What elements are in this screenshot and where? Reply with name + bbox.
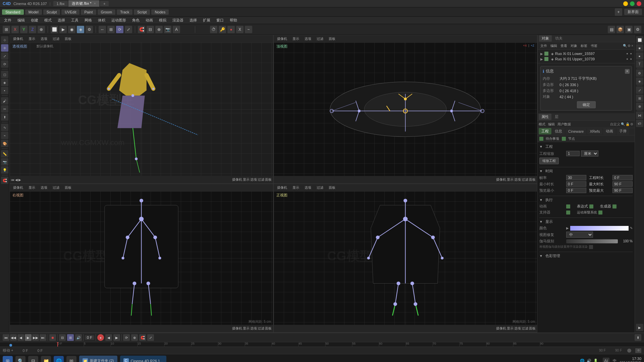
obj-menu-obj[interactable]: 对象 [569,43,579,49]
vp-tr-panel[interactable]: 面板 [529,177,536,182]
prop-settings-icon[interactable]: ⚙ [630,122,633,126]
scale-tool-left[interactable]: ⤢ [1,52,8,60]
prop-color-edit[interactable]: ✎ [630,226,633,230]
tab-file1[interactable]: 1.fbx [53,1,68,6]
vp-br-panel[interactable]: 面板 [529,326,536,331]
tree-lock-2[interactable]: ● [630,57,632,61]
sys-ai-label[interactable]: Ai [603,358,609,362]
menu-character[interactable]: 角色 [129,17,142,23]
vp-bl-disp[interactable]: 显示 [243,326,250,331]
vp-tl-panel[interactable]: 面板 [265,177,272,182]
info-close-button[interactable]: × [625,69,630,74]
vp-panel-btn-bl[interactable]: 面板 [63,185,73,190]
prop-subtab-info[interactable]: 信息 [552,128,565,134]
collapse-timing[interactable]: ▼ [539,169,543,173]
asset-browser[interactable]: 📦 [616,26,624,33]
ri-effector[interactable]: ⊕ [636,103,643,110]
menu-mode[interactable]: 模式 [42,17,54,23]
taskbar-mail[interactable]: ✉ [66,356,76,362]
tree-check-2[interactable] [544,57,548,61]
mode-model[interactable]: Model [25,9,42,15]
tl-key-next[interactable]: ▶ [113,334,120,341]
prop-prevmax-input[interactable] [612,188,633,193]
transform-tool[interactable]: ⤢ [125,26,132,33]
ri-gear[interactable]: ⚙ [636,69,643,77]
collapse-project[interactable]: ▼ [539,145,543,148]
tl-end-btn[interactable]: ⏭ [40,334,46,341]
render-view[interactable]: ⬜ [51,26,58,33]
vp-br-move[interactable]: 过滤 [522,326,528,331]
vp-options-btn-bl[interactable]: 选项 [39,185,49,190]
render-settings[interactable]: ⚙ [86,26,93,33]
vp-tr-move[interactable]: 过滤 [522,177,528,182]
status-gear-btn[interactable]: ⚙ [635,348,641,353]
vp-camera-btn-br[interactable]: 摄像机 [275,185,289,190]
world-axis[interactable]: ⊕ [155,26,163,33]
prop-maxtime-input[interactable] [612,181,633,187]
prop-subtab-xrefs[interactable]: XRefs [587,129,602,134]
taskbar-c4d-app[interactable]: C Cinema 4D R26.1... [120,356,167,362]
mode-standard[interactable]: Standard [2,9,24,15]
close-button[interactable] [637,1,641,6]
obj-menu-edit[interactable]: 编辑 [549,43,558,49]
edge-select[interactable]: ◈ [1,79,8,86]
prop-scale-unit[interactable]: 厘米 [581,150,598,157]
tl-max-btn[interactable]: ⬆ [635,334,641,341]
tl-play-btn[interactable]: ▶ [25,334,32,341]
obj-tab-kungfu[interactable]: 功夫 [552,35,565,42]
poly-select[interactable]: ◻ [1,71,8,78]
prop-support-check[interactable] [566,210,570,215]
mode-uvedit[interactable]: UVEdit [61,9,79,15]
prop-expr-check[interactable] [589,204,593,208]
taskbar-browser[interactable]: 🌐 [54,356,64,362]
sys-icon-network[interactable]: 🌐 [580,359,585,362]
tl-back-btn[interactable]: ◀ [17,334,24,341]
rotate-tool[interactable]: ⟳ [116,26,123,33]
menu-tools[interactable]: 工具 [68,17,81,23]
render-to-picture[interactable]: ◈ [77,26,84,33]
prop-worktime-input[interactable] [612,175,633,180]
snap-settings[interactable]: 🧲 [138,26,145,33]
prop-node-checkbox[interactable] [562,137,566,141]
vp-filter-btn-tl[interactable]: 过滤 [51,36,61,42]
sys-icon-sound[interactable]: 🔊 [587,359,591,362]
scale-tool[interactable]: ⊞ [107,26,115,33]
vp-tl-sel[interactable]: 选项 [250,177,257,182]
obj-menu-file[interactable]: 文件 [539,43,548,49]
render-all[interactable]: ◉ [68,26,75,33]
vp-tl-nav2[interactable]: ◀ [15,178,18,182]
tl-mode-2[interactable]: ⊞ [67,334,74,341]
render-queue[interactable]: ▤ [608,26,615,33]
vp-bl-sel[interactable]: 选项 [250,326,257,331]
vp-panel-btn-tl[interactable]: 面板 [63,36,73,42]
vp-display-btn-tl[interactable]: 显示 [26,36,37,42]
ri-bone[interactable]: ⋈ [636,112,643,119]
console-btn[interactable]: ▣ [625,26,633,33]
prop-todo-label[interactable]: 待办事项 [539,136,559,141]
ri-deformer[interactable]: ⤢ [636,86,643,94]
vp-panel-btn-br[interactable]: 面板 [327,185,337,190]
menu-create[interactable]: 创建 [28,17,41,23]
mode-paint[interactable]: Paint [81,9,96,15]
vp-display-btn-br[interactable]: 显示 [290,185,301,190]
ri-sphere[interactable]: ● [636,52,643,60]
spline-tool[interactable]: ∿ [1,124,8,131]
obj-search-icon[interactable]: 🔍 [623,44,627,48]
tool-x[interactable]: X [11,26,19,33]
prop-prevmin-input[interactable] [566,188,586,193]
obj-close-icon[interactable]: × [631,44,633,48]
vp-options-btn-tl[interactable]: 选项 [39,36,49,42]
paint-tool[interactable]: 🎨 [1,140,8,147]
tree-item-upper[interactable]: ▶ ◈ Ruo Xi 01 Upper_10739 ● ● [539,56,633,62]
tl-current-frame[interactable]: 0 F [85,335,94,340]
record-btn[interactable]: ● [227,26,235,33]
vp-display-btn-bl[interactable]: 显示 [26,185,37,190]
timeline-btn[interactable]: ⏱ [210,26,217,33]
menu-mograph[interactable]: 运动图形 [109,17,129,23]
ri-light[interactable]: T [636,60,643,68]
vp-tl-disp[interactable]: 显示 [243,177,250,182]
add-layout-button[interactable]: + [615,8,622,16]
menu-mesh[interactable]: 网格 [82,17,95,23]
prop-subtab-anim[interactable]: 动画 [603,128,616,134]
prop-subtab-bullet[interactable]: 子弹 [616,128,629,134]
